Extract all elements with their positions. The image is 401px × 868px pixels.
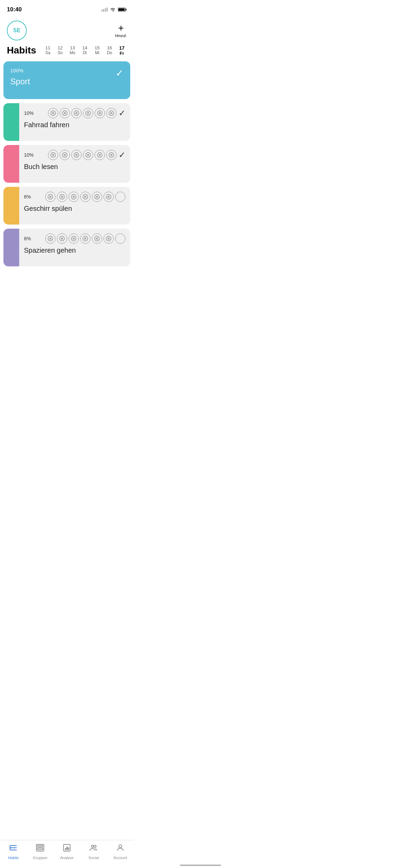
- x-svg: [71, 236, 76, 241]
- date-col-11[interactable]: 11 Sa: [42, 45, 54, 56]
- svg-rect-1: [103, 9, 104, 12]
- x-svg: [97, 110, 102, 116]
- habit-x-icon[interactable]: [80, 192, 90, 202]
- habit-card-fahrrad[interactable]: 10%: [3, 103, 130, 141]
- x-svg: [97, 152, 102, 158]
- x-svg: [48, 236, 53, 241]
- status-icons: [101, 7, 127, 12]
- x-svg: [109, 110, 114, 116]
- add-label: Hinzuf.: [115, 34, 127, 38]
- x-svg: [85, 152, 91, 158]
- avatar-initials: SE: [13, 27, 20, 34]
- status-bar: 10:40: [0, 0, 134, 17]
- habit-x-icon[interactable]: [48, 108, 58, 118]
- x-svg: [50, 152, 56, 158]
- x-svg: [74, 152, 79, 158]
- habit-x-icon[interactable]: [71, 108, 82, 118]
- svg-rect-2: [105, 8, 106, 12]
- status-time: 10:40: [7, 6, 22, 13]
- habit-x-icon[interactable]: [45, 233, 56, 244]
- habit-x-icon[interactable]: [45, 192, 56, 202]
- habit-name: Sport: [10, 77, 123, 86]
- habit-x-icon[interactable]: [60, 108, 70, 118]
- check-icon: ✓: [116, 68, 123, 79]
- date-col-13[interactable]: 13 Mo: [66, 45, 79, 56]
- x-svg: [74, 110, 79, 116]
- add-icon: +: [118, 23, 124, 33]
- date-col-12[interactable]: 12 So: [54, 45, 66, 56]
- habit-name: Geschirr spülen: [24, 205, 125, 213]
- habit-x-icon[interactable]: [83, 108, 93, 118]
- x-svg: [62, 152, 68, 158]
- x-svg: [94, 236, 100, 241]
- svg-rect-3: [107, 8, 108, 12]
- habit-x-icon[interactable]: [92, 233, 102, 244]
- date-col-17[interactable]: 17 Fr: [116, 45, 128, 56]
- habit-card-geschirr[interactable]: 6%: [3, 187, 130, 225]
- habit-x-icon[interactable]: [95, 150, 105, 160]
- add-button[interactable]: + Hinzuf.: [115, 23, 127, 38]
- x-svg: [83, 236, 88, 241]
- habit-card-sport[interactable]: 100% Sport ✓: [3, 61, 130, 99]
- habit-name: Fahrrad fahren: [24, 121, 125, 129]
- habit-color-bar: [3, 187, 19, 225]
- date-columns: 11 Sa 12 So 13 Mo 14 Di 15 Mi 16 Do 17 F…: [42, 45, 128, 56]
- habit-x-icon[interactable]: [69, 233, 79, 244]
- x-svg: [59, 236, 65, 241]
- habit-x-icon[interactable]: [104, 192, 114, 202]
- habit-check-icon[interactable]: ✓: [119, 108, 125, 118]
- habit-percent: 6%: [24, 236, 31, 241]
- header: SE + Hinzuf.: [0, 17, 134, 44]
- date-header: Habits 11 Sa 12 So 13 Mo 14 Di 15 Mi 16 …: [0, 44, 134, 61]
- signal-icon: [101, 8, 108, 12]
- habit-percent: 6%: [24, 194, 31, 200]
- date-col-14[interactable]: 14 Di: [79, 45, 91, 56]
- habit-x-icon[interactable]: [95, 108, 105, 118]
- habit-empty-circle[interactable]: [115, 233, 125, 244]
- habit-x-icon[interactable]: [104, 233, 114, 244]
- date-col-15[interactable]: 15 Mi: [91, 45, 104, 56]
- x-svg: [94, 194, 100, 200]
- svg-rect-0: [101, 10, 102, 12]
- x-svg: [85, 110, 91, 116]
- habit-x-icon[interactable]: [60, 150, 70, 160]
- habit-x-icon[interactable]: [71, 150, 82, 160]
- date-col-16[interactable]: 16 Do: [104, 45, 116, 56]
- habit-x-icon[interactable]: [48, 150, 58, 160]
- x-svg: [50, 110, 56, 116]
- habit-x-icon[interactable]: [80, 233, 90, 244]
- habits-title: Habits: [7, 45, 36, 56]
- habit-x-icon[interactable]: [57, 233, 67, 244]
- habit-name: Buch lesen: [24, 163, 125, 171]
- habit-percent: 10%: [24, 110, 34, 116]
- habit-empty-circle[interactable]: [115, 192, 125, 202]
- habit-percent: 100%: [10, 68, 123, 73]
- svg-rect-6: [119, 9, 125, 11]
- habit-percent: 10%: [24, 152, 34, 158]
- habit-card-spazieren[interactable]: 6%: [3, 229, 130, 266]
- x-svg: [106, 236, 111, 241]
- x-svg: [83, 194, 88, 200]
- habit-x-icon[interactable]: [69, 192, 79, 202]
- habit-check-icon[interactable]: ✓: [119, 150, 125, 160]
- avatar[interactable]: SE: [7, 21, 27, 40]
- habit-color-bar: [3, 145, 19, 183]
- habit-x-icon[interactable]: [106, 150, 117, 160]
- x-svg: [109, 152, 114, 158]
- x-svg: [48, 194, 53, 200]
- habit-x-icon[interactable]: [57, 192, 67, 202]
- habits-list: 100% Sport ✓ 10%: [0, 61, 134, 266]
- x-svg: [59, 194, 65, 200]
- x-svg: [62, 110, 68, 116]
- habit-x-icon[interactable]: [83, 150, 93, 160]
- habit-x-icon[interactable]: [92, 192, 102, 202]
- x-svg: [106, 194, 111, 200]
- wifi-icon: [110, 7, 116, 12]
- habit-x-icon[interactable]: [106, 108, 117, 118]
- svg-rect-5: [126, 9, 127, 11]
- habit-color-bar: [3, 103, 19, 141]
- habit-card-buch[interactable]: 10%: [3, 145, 130, 183]
- habit-color-bar: [3, 229, 19, 266]
- habit-name: Spazieren gehen: [24, 246, 125, 254]
- x-svg: [71, 194, 76, 200]
